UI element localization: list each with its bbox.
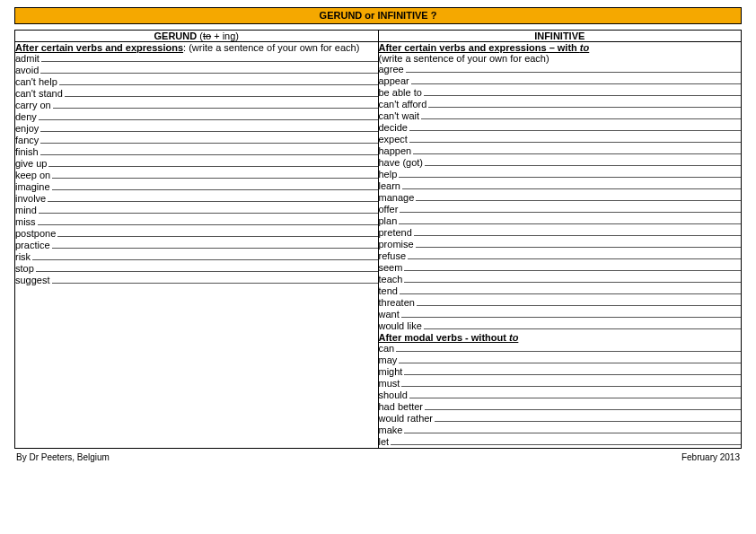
write-line[interactable] [32,251,377,260]
write-line[interactable] [406,64,741,73]
write-line[interactable] [404,425,741,433]
write-line[interactable] [52,170,377,179]
write-line[interactable] [404,366,741,375]
write-line[interactable] [408,250,741,259]
write-line[interactable] [417,297,741,306]
write-line[interactable] [399,215,741,224]
write-line[interactable] [52,240,378,249]
write-line[interactable] [404,274,741,283]
verb-word: promise [379,239,416,250]
write-line[interactable] [435,413,741,422]
blank-line-row: agree [379,64,742,75]
write-line[interactable] [399,355,741,363]
write-line[interactable] [53,100,378,109]
gerund-header-to: to [203,31,211,41]
write-line[interactable] [41,53,378,62]
verb-word: avoid [15,65,40,76]
blank-line-row: refuse [379,250,742,262]
write-line[interactable] [40,123,377,132]
write-line[interactable] [48,193,377,202]
write-line[interactable] [391,436,741,445]
write-line[interactable] [425,157,741,166]
write-line[interactable] [402,180,741,189]
verb-word: pretend [379,227,414,239]
infinitive-cell: After certain verbs and expressions – wi… [378,42,742,449]
verb-word: deny [15,111,39,123]
verb-word: want [379,309,401,320]
verb-word: appear [379,75,411,87]
infinitive-section2-to: to [509,332,518,343]
write-line[interactable] [400,285,741,294]
write-line[interactable] [39,205,378,214]
verb-word: give up [15,158,48,170]
write-line[interactable] [424,320,741,329]
blank-line-row: manage [379,192,742,204]
blank-line-row: imagine [15,181,378,193]
write-line[interactable] [404,262,741,271]
gerund-header-suffix: + ing) [211,31,239,41]
write-line[interactable] [40,146,378,155]
blank-line-row: postpone [15,228,378,240]
gerund-section-label: After certain verbs and expressions [15,42,183,53]
blank-line-row: seem [379,262,742,274]
write-line[interactable] [39,111,378,120]
footer: By Dr Peeters, Belgium February 2013 [14,449,742,462]
write-line[interactable] [399,169,741,178]
blank-line-row: can't help [15,76,378,88]
blank-line-row: enjoy [15,123,378,135]
blank-line-row: expect [379,134,742,145]
verb-word: admit [15,53,41,65]
verb-word: expect [379,134,409,145]
verb-word: stop [15,263,36,275]
blank-line-row: would like [379,320,742,332]
write-line[interactable] [401,309,741,318]
write-line[interactable] [52,181,378,190]
blank-line-row: risk [15,251,378,263]
write-line[interactable] [36,263,378,272]
write-line[interactable] [396,343,741,352]
write-line[interactable] [414,227,741,236]
write-line[interactable] [413,145,741,154]
write-line[interactable] [421,110,741,119]
verb-word: postpone [15,228,57,240]
gerund-header-paren: ( [197,31,203,41]
write-line[interactable] [428,99,741,108]
blank-line-row: can't stand [15,88,378,100]
blank-line-row: may [379,355,742,366]
blank-line-row: involve [15,193,378,205]
write-line[interactable] [40,65,377,74]
write-line[interactable] [424,87,741,96]
blank-line-row: miss [15,216,378,228]
write-line[interactable] [416,192,741,201]
write-line[interactable] [411,75,741,84]
verb-word: be able to [379,87,424,99]
write-line[interactable] [59,76,378,85]
verb-word: refuse [379,250,409,262]
write-line[interactable] [40,135,377,144]
write-line[interactable] [416,239,741,248]
write-line[interactable] [425,401,741,410]
verb-word: happen [379,145,414,157]
write-line[interactable] [401,378,741,387]
write-line[interactable] [409,390,741,398]
blank-line-row: want [379,309,742,320]
write-line[interactable] [409,134,741,143]
blank-line-row: fancy [15,135,378,146]
write-line[interactable] [48,158,377,167]
write-line[interactable] [65,88,378,97]
write-line[interactable] [400,204,741,213]
infinitive-section1-head: After certain verbs and expressions – wi… [379,42,742,53]
verb-word: risk [15,251,32,263]
verb-word: would rather [379,413,435,425]
write-line[interactable] [38,216,378,225]
blank-line-row: decide [379,122,742,134]
blank-line-row: promise [379,239,742,250]
write-line[interactable] [57,228,377,237]
write-line[interactable] [409,122,741,131]
blank-line-row: plan [379,215,742,227]
infinitive-section1-label: After certain verbs and expressions – wi… [379,42,580,53]
verb-word: miss [15,216,38,228]
blank-line-row: pretend [379,227,742,239]
blank-line-row: should [379,390,742,401]
write-line[interactable] [52,275,378,284]
